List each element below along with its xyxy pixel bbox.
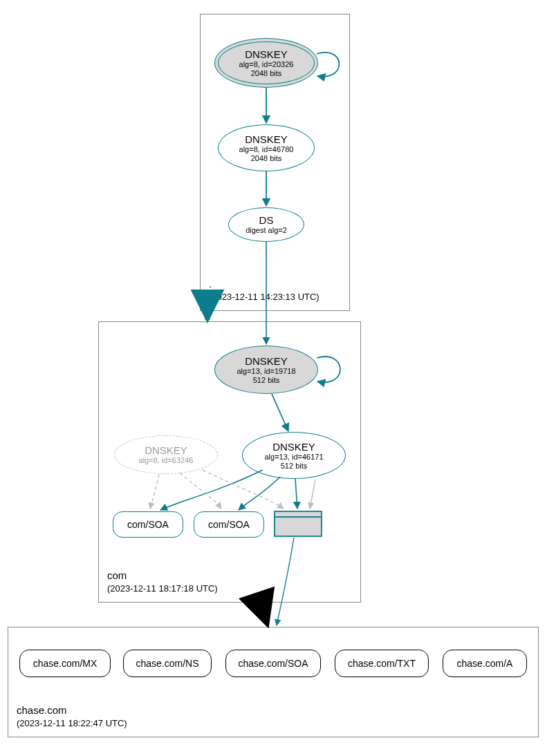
com-soa1-title: com/SOA — [127, 519, 169, 530]
zone-com-ts: (2023-12-11 18:17:18 UTC) — [107, 583, 218, 595]
node-chase-soa: chase.com/SOA — [225, 650, 321, 677]
com-zsk-sub2: 512 bits — [281, 462, 308, 471]
com-ksk-sub1: alg=13, id=19718 — [237, 367, 295, 376]
root-zsk-sub1: alg=8, id=46780 — [239, 145, 294, 154]
node-com-soa-2: com/SOA — [194, 511, 264, 538]
com-ksk-sub2: 512 bits — [253, 376, 280, 385]
zone-root-name: . — [209, 277, 319, 291]
root-zsk-title: DNSKEY — [245, 133, 288, 145]
node-chase-a: chase.com/A — [443, 650, 527, 677]
zone-com-label: com (2023-12-11 18:17:18 UTC) — [107, 569, 218, 595]
zone-root-ts: (2023-12-11 14:23:13 UTC) — [209, 291, 319, 303]
zone-chase-label: chase.com (2023-12-11 18:22:47 UTC) — [17, 703, 127, 730]
chase-txt-title: chase.com/TXT — [348, 658, 416, 669]
chase-soa-title: chase.com/SOA — [238, 658, 308, 669]
ds-sub: digest alg=2 — [245, 226, 287, 235]
node-root-zsk: DNSKEY alg=8, id=46780 2048 bits — [218, 124, 315, 171]
com-ksk-title: DNSKEY — [245, 355, 288, 367]
node-chase-txt: chase.com/TXT — [335, 650, 429, 677]
edge-zone-com-to-chase — [260, 603, 267, 623]
zone-root-label: . (2023-12-11 14:23:13 UTC) — [209, 277, 319, 303]
ds-title: DS — [259, 214, 274, 226]
nsec3-title: NSEC3 — [282, 522, 315, 533]
zone-com-name: com — [107, 569, 218, 583]
zone-chase: chase.com (2023-12-11 18:22:47 UTC) — [8, 627, 539, 737]
root-ksk-sub2: 2048 bits — [251, 69, 282, 78]
root-ksk-title: DNSKEY — [245, 48, 288, 60]
node-com-zsk: DNSKEY alg=13, id=46171 512 bits — [242, 432, 346, 479]
root-zsk-sub2: 2048 bits — [251, 154, 282, 163]
node-chase-mx: chase.com/MX — [19, 650, 111, 677]
com-soa2-title: com/SOA — [208, 519, 250, 530]
zone-chase-name: chase.com — [17, 703, 127, 717]
chase-a-title: chase.com/A — [457, 658, 513, 669]
com-old-sub: alg=8, id=63246 — [139, 456, 194, 465]
node-chase-ns: chase.com/NS — [123, 650, 212, 677]
node-ds: DS digest alg=2 — [228, 207, 304, 242]
node-nsec3: NSEC3 — [273, 511, 323, 538]
node-root-ksk: DNSKEY alg=8, id=20326 2048 bits — [214, 38, 318, 88]
chase-ns-title: chase.com/NS — [136, 658, 198, 669]
com-old-title: DNSKEY — [145, 444, 187, 456]
com-zsk-sub1: alg=13, id=46171 — [264, 453, 323, 462]
node-com-ksk: DNSKEY alg=13, id=19718 512 bits — [214, 346, 318, 394]
node-com-oldkey: DNSKEY alg=8, id=63246 — [114, 435, 218, 474]
root-ksk-sub1: alg=8, id=20326 — [239, 60, 294, 69]
node-com-soa-1: com/SOA — [113, 511, 183, 538]
chase-mx-title: chase.com/MX — [33, 658, 98, 669]
zone-chase-ts: (2023-12-11 18:22:47 UTC) — [17, 717, 127, 730]
com-zsk-title: DNSKEY — [272, 441, 315, 453]
